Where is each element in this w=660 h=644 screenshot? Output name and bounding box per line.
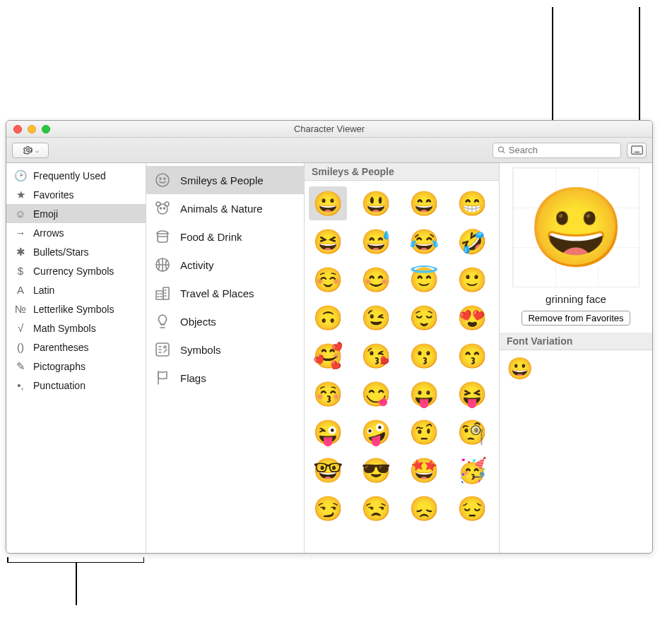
sidebar-item-pictographs[interactable]: ✎Pictographs — [6, 357, 146, 376]
emoji-cell[interactable]: 😏 — [309, 491, 347, 525]
sidebar-item-label: Currency Symbols — [33, 266, 114, 277]
sidebar-item-label: Frequently Used — [33, 170, 106, 181]
emoji-cell[interactable]: 😋 — [357, 377, 395, 411]
emoji-cell[interactable]: 😗 — [405, 339, 443, 373]
search-field[interactable] — [493, 143, 621, 158]
character-viewer-window: Character Viewer ⌵ 🕑Frequently Used★Favo… — [6, 120, 653, 554]
sidebar-item-punctuation[interactable]: •,Punctuation — [6, 376, 146, 395]
emoji-cell[interactable]: 🤣 — [453, 225, 491, 258]
emoji-cell[interactable]: 😜 — [309, 415, 347, 449]
category-icon: № — [13, 303, 28, 315]
sidebar-item-bullets-stars[interactable]: ✱Bullets/Stars — [6, 242, 146, 261]
emoji-cell[interactable]: 🤩 — [405, 453, 443, 487]
emoji-cell[interactable]: 😝 — [453, 377, 491, 411]
subcategory-item-smileys-people[interactable]: Smileys & People — [146, 166, 304, 194]
keyboard-icon — [631, 145, 643, 155]
sidebar-item-label: Punctuation — [33, 380, 86, 391]
font-variation-glyph[interactable]: 😀 — [507, 357, 533, 380]
svg-rect-22 — [156, 291, 163, 299]
character-grid-panel: Smileys & People 😀😃😄😁😆😅😂🤣☺️😊😇🙂🙃😉😌😍🥰😘😗😙😚😋… — [305, 163, 500, 553]
collapse-viewer-button[interactable] — [627, 143, 647, 158]
minimize-button[interactable] — [28, 125, 36, 133]
subcategory-item-label: Flags — [180, 372, 206, 384]
callout-line-sidebar — [76, 563, 77, 605]
search-input[interactable] — [509, 145, 616, 155]
subcategory-item-objects[interactable]: Objects — [146, 307, 304, 335]
sidebar-item-favorites[interactable]: ★Favorites — [6, 185, 146, 204]
emoji-cell[interactable]: 😙 — [453, 339, 491, 373]
favorite-toggle-button[interactable]: Remove from Favorites — [521, 311, 630, 326]
emoji-cell[interactable]: 😂 — [405, 225, 443, 258]
emoji-cell[interactable]: 🤪 — [357, 415, 395, 449]
traffic-lights — [6, 125, 50, 133]
emoji-cell[interactable]: 😍 — [453, 301, 491, 335]
emoji-cell[interactable]: 🙃 — [309, 301, 347, 335]
emoji-cell[interactable]: 😘 — [357, 339, 395, 373]
action-menu-button[interactable]: ⌵ — [12, 143, 49, 158]
callout-bracket-sidebar — [7, 557, 144, 563]
emoji-cell[interactable]: 😒 — [357, 491, 395, 525]
emoji-cell[interactable]: 😛 — [405, 377, 443, 411]
zoom-button[interactable] — [42, 125, 50, 133]
emoji-cell[interactable]: 😅 — [357, 225, 395, 258]
category-icon: ☺ — [13, 208, 28, 220]
subcategory-item-food-drink[interactable]: Food & Drink — [146, 222, 304, 251]
emoji-cell[interactable]: 😁 — [453, 186, 491, 220]
emoji-cell[interactable]: 😞 — [405, 491, 443, 525]
close-button[interactable] — [13, 125, 22, 133]
sidebar-item-math-symbols[interactable]: √Math Symbols — [6, 318, 146, 338]
window-body: 🕑Frequently Used★Favorites☺Emoji→Arrows✱… — [6, 163, 652, 553]
flags-icon — [153, 369, 172, 387]
symbols-icon — [153, 340, 172, 359]
emoji-cell[interactable]: 😚 — [309, 377, 347, 411]
category-icon: √ — [13, 322, 28, 334]
subcategory-item-label: Food & Drink — [180, 231, 242, 243]
chevron-down-icon: ⌵ — [35, 147, 39, 154]
svg-point-1 — [498, 147, 503, 152]
svg-rect-3 — [631, 146, 642, 154]
window-title: Character Viewer — [6, 124, 652, 134]
subcategory-item-symbols[interactable]: Symbols — [146, 335, 304, 364]
emoji-cell[interactable]: 😇 — [405, 263, 443, 297]
emoji-cell[interactable]: 🥰 — [309, 339, 347, 373]
emoji-cell[interactable]: 😊 — [357, 263, 395, 297]
emoji-cell[interactable]: 😆 — [309, 225, 347, 258]
sidebar-item-label: Emoji — [33, 208, 58, 220]
emoji-cell[interactable]: 😄 — [405, 186, 443, 220]
smiley-icon — [153, 171, 172, 189]
sidebar-item-emoji[interactable]: ☺Emoji — [6, 204, 146, 223]
subcategory-item-label: Smileys & People — [180, 174, 264, 186]
emoji-cell[interactable]: 🥳 — [453, 453, 491, 487]
subcategory-item-travel-places[interactable]: Travel & Places — [146, 279, 304, 307]
sidebar-item-latin[interactable]: ALatin — [6, 280, 146, 299]
category-icon: 🕑 — [13, 169, 28, 182]
emoji-cell[interactable]: 😉 — [357, 301, 395, 335]
emoji-cell[interactable]: 🤓 — [309, 453, 347, 487]
emoji-cell[interactable]: 🙂 — [453, 263, 491, 297]
svg-point-20 — [164, 208, 165, 209]
emoji-cell[interactable]: ☺️ — [309, 263, 347, 297]
sidebar-item-label: Parentheses — [33, 342, 89, 353]
sidebar-item-label: Arrows — [33, 227, 64, 239]
subcategory-item-flags[interactable]: Flags — [146, 364, 304, 392]
sidebar-item-letterlike-symbols[interactable]: №Letterlike Symbols — [6, 299, 146, 318]
emoji-cell[interactable]: 😀 — [309, 186, 347, 220]
category-icon: A — [13, 284, 28, 296]
emoji-cell[interactable]: 🤨 — [405, 415, 443, 449]
sidebar-item-arrows[interactable]: →Arrows — [6, 223, 146, 242]
subcategory-item-animals-nature[interactable]: Animals & Nature — [146, 194, 304, 222]
sidebar-item-currency-symbols[interactable]: $Currency Symbols — [6, 261, 146, 280]
sidebar-item-label: Math Symbols — [33, 323, 96, 334]
detail-panel: 😀 grinning face Remove from Favorites Fo… — [500, 163, 652, 553]
category-sidebar: 🕑Frequently Used★Favorites☺Emoji→Arrows✱… — [6, 163, 146, 553]
category-icon: → — [13, 227, 28, 239]
emoji-cell[interactable]: 😔 — [453, 491, 491, 525]
emoji-cell[interactable]: 😎 — [357, 453, 395, 487]
emoji-cell[interactable]: 😌 — [405, 301, 443, 335]
emoji-cell[interactable]: 😃 — [357, 186, 395, 220]
sidebar-item-frequently-used[interactable]: 🕑Frequently Used — [6, 166, 146, 185]
sidebar-item-parentheses[interactable]: ()Parentheses — [6, 338, 146, 357]
subcategory-item-activity[interactable]: Activity — [146, 251, 304, 279]
emoji-cell[interactable]: 🧐 — [453, 415, 491, 449]
svg-point-19 — [160, 208, 162, 209]
